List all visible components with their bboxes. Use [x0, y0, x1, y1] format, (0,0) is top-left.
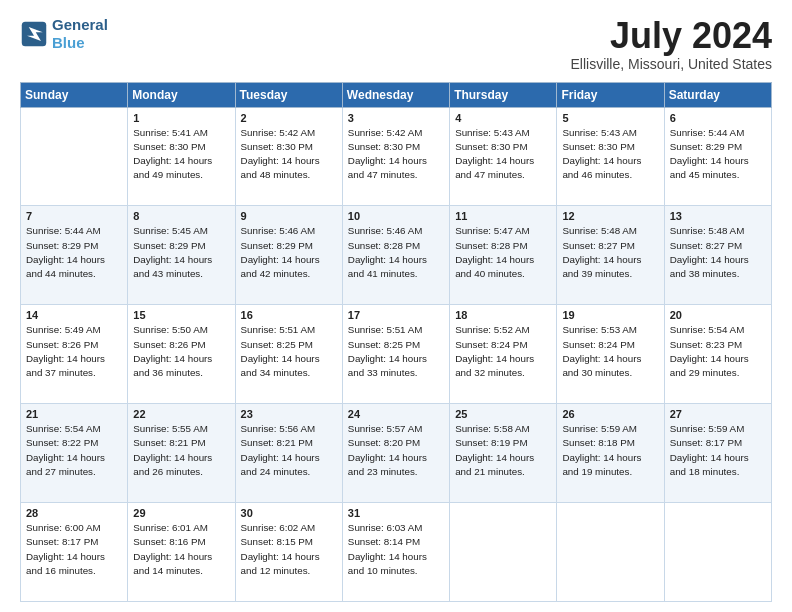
day-number: 2 [241, 112, 337, 124]
logo-line2: Blue [52, 34, 108, 52]
day-number: 7 [26, 210, 122, 222]
day-info: Sunrise: 5:42 AMSunset: 8:30 PMDaylight:… [241, 127, 320, 181]
col-monday: Monday [128, 82, 235, 107]
day-number: 10 [348, 210, 444, 222]
calendar-cell: 23 Sunrise: 5:56 AMSunset: 8:21 PMDaylig… [235, 404, 342, 503]
page: General Blue July 2024 Ellisville, Misso… [0, 0, 792, 612]
calendar-cell: 28 Sunrise: 6:00 AMSunset: 8:17 PMDaylig… [21, 503, 128, 602]
day-info: Sunrise: 5:54 AMSunset: 8:22 PMDaylight:… [26, 423, 105, 477]
calendar-cell: 14 Sunrise: 5:49 AMSunset: 8:26 PMDaylig… [21, 305, 128, 404]
calendar-week-4: 21 Sunrise: 5:54 AMSunset: 8:22 PMDaylig… [21, 404, 772, 503]
day-number: 24 [348, 408, 444, 420]
day-info: Sunrise: 5:44 AMSunset: 8:29 PMDaylight:… [670, 127, 749, 181]
day-info: Sunrise: 6:01 AMSunset: 8:16 PMDaylight:… [133, 522, 212, 576]
day-number: 9 [241, 210, 337, 222]
calendar-cell: 10 Sunrise: 5:46 AMSunset: 8:28 PMDaylig… [342, 206, 449, 305]
day-number: 15 [133, 309, 229, 321]
calendar-week-1: 1 Sunrise: 5:41 AMSunset: 8:30 PMDayligh… [21, 107, 772, 206]
calendar-cell: 25 Sunrise: 5:58 AMSunset: 8:19 PMDaylig… [450, 404, 557, 503]
title-block: July 2024 Ellisville, Missouri, United S… [570, 16, 772, 72]
calendar-cell [21, 107, 128, 206]
day-number: 27 [670, 408, 766, 420]
day-number: 1 [133, 112, 229, 124]
calendar-cell: 9 Sunrise: 5:46 AMSunset: 8:29 PMDayligh… [235, 206, 342, 305]
calendar-cell [450, 503, 557, 602]
day-info: Sunrise: 6:02 AMSunset: 8:15 PMDaylight:… [241, 522, 320, 576]
day-info: Sunrise: 5:48 AMSunset: 8:27 PMDaylight:… [670, 225, 749, 279]
day-number: 12 [562, 210, 658, 222]
col-saturday: Saturday [664, 82, 771, 107]
col-tuesday: Tuesday [235, 82, 342, 107]
calendar-cell: 4 Sunrise: 5:43 AMSunset: 8:30 PMDayligh… [450, 107, 557, 206]
day-number: 29 [133, 507, 229, 519]
day-number: 5 [562, 112, 658, 124]
day-info: Sunrise: 5:45 AMSunset: 8:29 PMDaylight:… [133, 225, 212, 279]
subtitle: Ellisville, Missouri, United States [570, 56, 772, 72]
day-info: Sunrise: 5:41 AMSunset: 8:30 PMDaylight:… [133, 127, 212, 181]
calendar-cell: 3 Sunrise: 5:42 AMSunset: 8:30 PMDayligh… [342, 107, 449, 206]
day-info: Sunrise: 5:43 AMSunset: 8:30 PMDaylight:… [455, 127, 534, 181]
calendar-cell: 5 Sunrise: 5:43 AMSunset: 8:30 PMDayligh… [557, 107, 664, 206]
calendar-cell: 20 Sunrise: 5:54 AMSunset: 8:23 PMDaylig… [664, 305, 771, 404]
calendar-cell: 26 Sunrise: 5:59 AMSunset: 8:18 PMDaylig… [557, 404, 664, 503]
calendar-header-row: Sunday Monday Tuesday Wednesday Thursday… [21, 82, 772, 107]
day-info: Sunrise: 5:58 AMSunset: 8:19 PMDaylight:… [455, 423, 534, 477]
calendar-cell: 2 Sunrise: 5:42 AMSunset: 8:30 PMDayligh… [235, 107, 342, 206]
day-number: 21 [26, 408, 122, 420]
day-info: Sunrise: 5:46 AMSunset: 8:29 PMDaylight:… [241, 225, 320, 279]
calendar-cell: 8 Sunrise: 5:45 AMSunset: 8:29 PMDayligh… [128, 206, 235, 305]
day-number: 23 [241, 408, 337, 420]
header: General Blue July 2024 Ellisville, Misso… [20, 16, 772, 72]
day-number: 14 [26, 309, 122, 321]
calendar-cell: 1 Sunrise: 5:41 AMSunset: 8:30 PMDayligh… [128, 107, 235, 206]
day-info: Sunrise: 6:03 AMSunset: 8:14 PMDaylight:… [348, 522, 427, 576]
day-number: 30 [241, 507, 337, 519]
calendar-cell: 16 Sunrise: 5:51 AMSunset: 8:25 PMDaylig… [235, 305, 342, 404]
calendar-cell: 19 Sunrise: 5:53 AMSunset: 8:24 PMDaylig… [557, 305, 664, 404]
day-number: 17 [348, 309, 444, 321]
col-wednesday: Wednesday [342, 82, 449, 107]
day-info: Sunrise: 5:50 AMSunset: 8:26 PMDaylight:… [133, 324, 212, 378]
calendar-cell: 6 Sunrise: 5:44 AMSunset: 8:29 PMDayligh… [664, 107, 771, 206]
day-info: Sunrise: 5:59 AMSunset: 8:18 PMDaylight:… [562, 423, 641, 477]
day-info: Sunrise: 5:47 AMSunset: 8:28 PMDaylight:… [455, 225, 534, 279]
day-number: 3 [348, 112, 444, 124]
day-info: Sunrise: 5:59 AMSunset: 8:17 PMDaylight:… [670, 423, 749, 477]
calendar-cell: 24 Sunrise: 5:57 AMSunset: 8:20 PMDaylig… [342, 404, 449, 503]
day-number: 28 [26, 507, 122, 519]
calendar-cell: 30 Sunrise: 6:02 AMSunset: 8:15 PMDaylig… [235, 503, 342, 602]
day-info: Sunrise: 5:49 AMSunset: 8:26 PMDaylight:… [26, 324, 105, 378]
day-info: Sunrise: 5:44 AMSunset: 8:29 PMDaylight:… [26, 225, 105, 279]
calendar-cell: 17 Sunrise: 5:51 AMSunset: 8:25 PMDaylig… [342, 305, 449, 404]
calendar-week-3: 14 Sunrise: 5:49 AMSunset: 8:26 PMDaylig… [21, 305, 772, 404]
logo-icon [20, 20, 48, 48]
calendar-cell [557, 503, 664, 602]
day-number: 26 [562, 408, 658, 420]
day-number: 4 [455, 112, 551, 124]
calendar-week-5: 28 Sunrise: 6:00 AMSunset: 8:17 PMDaylig… [21, 503, 772, 602]
day-number: 22 [133, 408, 229, 420]
calendar-cell: 18 Sunrise: 5:52 AMSunset: 8:24 PMDaylig… [450, 305, 557, 404]
calendar-cell: 22 Sunrise: 5:55 AMSunset: 8:21 PMDaylig… [128, 404, 235, 503]
day-info: Sunrise: 5:42 AMSunset: 8:30 PMDaylight:… [348, 127, 427, 181]
day-info: Sunrise: 5:43 AMSunset: 8:30 PMDaylight:… [562, 127, 641, 181]
calendar-cell: 27 Sunrise: 5:59 AMSunset: 8:17 PMDaylig… [664, 404, 771, 503]
day-info: Sunrise: 5:53 AMSunset: 8:24 PMDaylight:… [562, 324, 641, 378]
day-info: Sunrise: 5:51 AMSunset: 8:25 PMDaylight:… [348, 324, 427, 378]
day-info: Sunrise: 5:54 AMSunset: 8:23 PMDaylight:… [670, 324, 749, 378]
day-info: Sunrise: 5:48 AMSunset: 8:27 PMDaylight:… [562, 225, 641, 279]
day-number: 20 [670, 309, 766, 321]
calendar-cell [664, 503, 771, 602]
day-number: 16 [241, 309, 337, 321]
logo-line1: General [52, 16, 108, 34]
day-number: 31 [348, 507, 444, 519]
day-number: 18 [455, 309, 551, 321]
day-info: Sunrise: 5:56 AMSunset: 8:21 PMDaylight:… [241, 423, 320, 477]
main-title: July 2024 [570, 16, 772, 56]
col-sunday: Sunday [21, 82, 128, 107]
day-info: Sunrise: 5:52 AMSunset: 8:24 PMDaylight:… [455, 324, 534, 378]
calendar-cell: 21 Sunrise: 5:54 AMSunset: 8:22 PMDaylig… [21, 404, 128, 503]
calendar-cell: 11 Sunrise: 5:47 AMSunset: 8:28 PMDaylig… [450, 206, 557, 305]
calendar-cell: 31 Sunrise: 6:03 AMSunset: 8:14 PMDaylig… [342, 503, 449, 602]
day-info: Sunrise: 5:55 AMSunset: 8:21 PMDaylight:… [133, 423, 212, 477]
